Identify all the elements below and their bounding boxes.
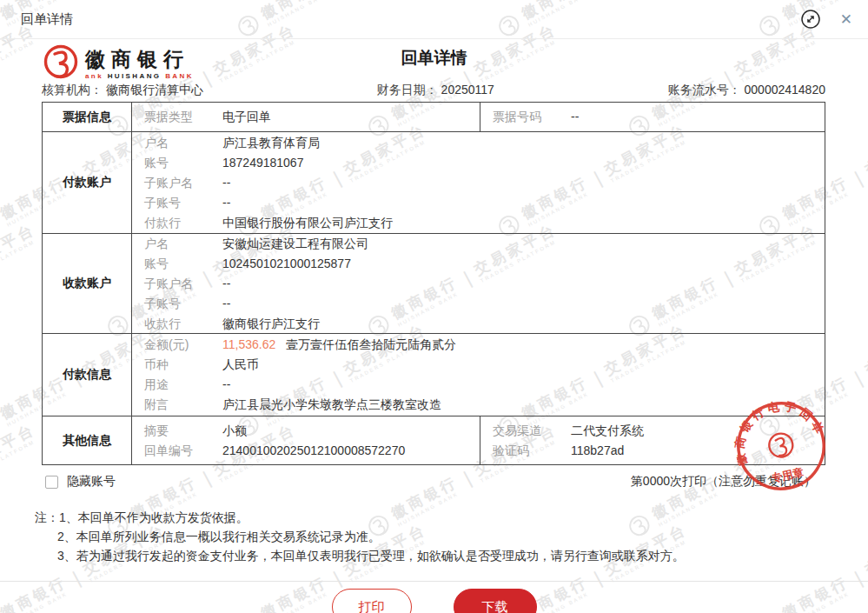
field-value: 电子回单 — [222, 107, 271, 127]
field-label: 账号 — [144, 254, 222, 274]
field-value: 徽商银行庐江支行 — [222, 314, 320, 334]
field-label: 付款行 — [144, 213, 222, 233]
field-value: 庐江县晨光小学朱墩教学点三楼教室改造 — [222, 395, 441, 415]
table-row-bill-info: 票据信息 票据类型 电子回单 票据号码 -- — [43, 103, 825, 132]
print-button[interactable]: 打印 — [332, 589, 412, 613]
field-value: -- — [222, 375, 230, 395]
section-title: 付款账户 — [43, 132, 132, 233]
modal-title: 回单详情 — [21, 0, 73, 38]
verification-code: 118b27ad — [571, 441, 624, 461]
field-value: 二代支付系统 — [571, 421, 644, 441]
field-label: 收款行 — [144, 314, 222, 334]
notes-prefix: 注： — [35, 510, 59, 524]
field-value: -- — [222, 193, 230, 213]
field-value: 小额 — [222, 421, 247, 441]
field-label: 交易渠道 — [493, 421, 571, 441]
receipt-detail-modal: 徽商银行HUISHANG BANK|交易家平台TRADERS PLATFORM徽… — [0, 0, 868, 613]
field-value: 1024501021000125877 — [222, 254, 351, 274]
receipt-meta-row: 核算机构： 徽商银行清算中心 财务日期： 20250117 账务流水号： 000… — [42, 83, 825, 98]
bank-name-en: ank HUISHANG BANK — [85, 72, 194, 80]
field-label: 账号 — [144, 153, 222, 173]
field-label: 子账号 — [144, 294, 222, 314]
field-label: 验证码 — [493, 441, 571, 461]
field-value: 187249181067 — [222, 153, 303, 173]
field-value: 庐江县教育体育局 — [222, 133, 320, 153]
field-label: 附言 — [144, 395, 222, 415]
field-label: 摘要 — [144, 421, 222, 441]
field-value: -- — [222, 274, 230, 294]
table-row-payer: 付款账户 户名庐江县教育体育局 账号187249181067 子账户名-- 子账… — [43, 132, 825, 234]
hide-account-checkbox[interactable]: 隐藏账号 — [45, 474, 116, 490]
checkbox-box[interactable] — [45, 476, 58, 489]
field-value: 人民币 — [222, 355, 259, 375]
note-item: 1、本回单不作为收款方发货依据。 — [59, 510, 248, 524]
field-label: 金额(元) — [144, 335, 222, 355]
notes-block: 注：1、本回单不作为收款方发货依据。 2、本回单所列业务信息一概以我行相关交易系… — [35, 508, 685, 565]
field-label: 子账号 — [144, 193, 222, 213]
receipt-number: 214001002025012100008572270 — [222, 441, 405, 461]
field-label: 子账户名 — [144, 274, 222, 294]
receipt-table: 票据信息 票据类型 电子回单 票据号码 -- — [42, 102, 825, 465]
expand-icon[interactable] — [800, 9, 821, 30]
field-label: 回单编号 — [144, 441, 222, 461]
amount-in-words: 壹万壹仟伍佰叁拾陆元陆角贰分 — [286, 335, 456, 355]
note-item: 3、若为通过我行发起的资金支付业务，本回单仅表明我行已受理，如欲确认是否受理成功… — [57, 549, 685, 563]
field-label: 票据号码 — [493, 107, 571, 127]
section-title: 付款信息 — [43, 334, 132, 416]
section-title: 其他信息 — [43, 416, 132, 464]
field-value: -- — [222, 294, 230, 314]
seal-bottom-text: 专用章 — [769, 466, 805, 485]
table-row-payee: 收款账户 户名安徽灿运建设工程有限公司 账号102450102100012587… — [43, 234, 825, 334]
field-label: 子账户名 — [144, 173, 222, 193]
field-value: 中国银行股份有限公司庐江支行 — [222, 213, 393, 233]
field-value: -- — [222, 173, 230, 193]
table-row-payment: 付款信息 金额(元) 11,536.62 壹万壹仟伍佰叁拾陆元陆角贰分 币种人民… — [43, 334, 825, 416]
section-title: 票据信息 — [43, 103, 132, 131]
field-label: 户名 — [144, 133, 222, 153]
field-value: -- — [571, 107, 579, 127]
field-label: 票据类型 — [144, 107, 222, 127]
field-label: 用途 — [144, 375, 222, 395]
serial-number: 账务流水号： 000002414820 — [668, 83, 825, 98]
download-button[interactable]: 下载 — [454, 589, 537, 613]
footer-divider — [0, 581, 868, 582]
section-title: 收款账户 — [43, 234, 132, 333]
modal-titlebar: 回单详情 ✕ — [0, 0, 868, 39]
table-row-other: 其他信息 摘要小额 回单编号21400100202501210000857227… — [43, 416, 825, 464]
hide-account-label: 隐藏账号 — [67, 474, 116, 490]
amount-number: 11,536.62 — [222, 335, 275, 355]
field-label: 币种 — [144, 355, 222, 375]
note-item: 2、本回单所列业务信息一概以我行相关交易系统记录为准。 — [57, 530, 381, 543]
field-value: 安徽灿运建设工程有限公司 — [222, 234, 368, 254]
accounting-org: 核算机构： 徽商银行清算中心 — [42, 83, 203, 98]
page-title: 回单详情 — [0, 47, 868, 70]
finance-date: 财务日期： 20250117 — [377, 83, 494, 98]
bank-seal: 徽商银行电子回单 专用章 — [726, 390, 836, 502]
close-icon[interactable]: ✕ — [840, 12, 852, 27]
field-label: 户名 — [144, 234, 222, 254]
